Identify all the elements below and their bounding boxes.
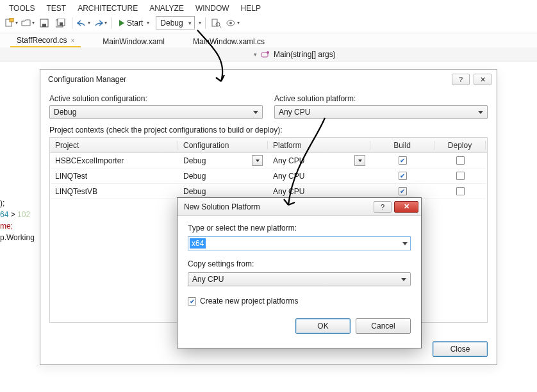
checkbox-icon [399,156,407,165]
svg-line-9 [219,26,221,28]
checkbox-icon [456,172,465,180]
help-button[interactable]: ? [452,74,470,85]
menu-test[interactable]: TEST [46,4,66,13]
menu-analyze[interactable]: ANALYZE [149,4,184,13]
cell-project: LINQTestVB [50,184,178,199]
undo-icon[interactable]: ▾ [76,16,90,30]
active-platform-label: Active solution platform: [274,94,488,103]
start-label: Start [127,19,143,28]
cell-deploy[interactable] [434,168,486,184]
new-item-icon[interactable]: ▾ [4,16,18,30]
dialog-title: Configuration Manager [48,75,126,84]
find-in-files-icon[interactable] [210,16,224,30]
platform-combo[interactable]: x64 [188,236,411,250]
active-platform-select[interactable]: Any CPU [274,105,488,119]
active-platform-value: Any CPU [279,108,310,117]
svg-rect-3 [42,24,46,27]
tab-staffrecord[interactable]: StaffRecord.cs× [10,35,81,47]
toolbar: ▾ ▾ ▾ ▾ Start ▾ Debug ▾ ▾ ▾ [0,15,537,33]
col-deploy[interactable]: Deploy [434,141,486,150]
help-button[interactable]: ? [374,201,392,213]
new-solution-platform-dialog: New Solution Platform ? ✕ Type or select… [177,197,422,348]
checkbox-icon [399,187,407,195]
table-row: HSBCExcelImporterDebugAny CPU [50,153,487,168]
table-row: LINQTestDebugAny CPU [50,168,487,184]
checkbox-icon [188,297,196,306]
menu-architecture[interactable]: ARCHITECTURE [78,4,138,13]
svg-rect-6 [60,22,63,26]
close-dialog-button[interactable]: Close [433,341,488,357]
view-icon[interactable]: ▾ [226,16,240,30]
grid-header: Project Configuration Platform Build Dep… [50,138,487,153]
start-debug-button[interactable]: Start ▾ [115,16,153,30]
solution-config-value: Debug [160,19,183,28]
menu-bar: TOOLS TEST ARCHITECTURE ANALYZE WINDOW H… [0,0,537,15]
solution-platform-caret[interactable]: ▾ [199,20,201,26]
chevron-down-icon: ▾ [254,51,257,58]
cell-build[interactable] [370,168,434,184]
cell-project: HSBCExcelImporter [50,153,178,168]
cell-deploy[interactable] [434,153,486,168]
svg-rect-1 [10,18,13,22]
chevron-down-icon[interactable] [354,155,365,166]
dialog-title: New Solution Platform [184,202,260,211]
redo-icon[interactable]: ▾ [93,16,107,30]
col-config[interactable]: Configuration [178,141,268,150]
cell-platform[interactable]: Any CPU [268,168,370,184]
solution-config-combo[interactable]: Debug ▾ [156,16,194,29]
open-icon[interactable]: ▾ [21,16,35,30]
copy-from-label: Copy settings from: [188,259,411,268]
col-build[interactable]: Build [370,141,434,150]
member-selector[interactable]: ▾ Main(string[] args) [0,47,537,61]
member-name: Main(string[] args) [274,50,336,59]
col-platform[interactable]: Platform [268,141,370,150]
copy-from-select[interactable]: Any CPU [188,272,411,286]
chevron-down-icon[interactable] [252,155,263,166]
menu-help[interactable]: HELP [241,4,261,13]
cancel-button[interactable]: Cancel [356,318,411,334]
type-platform-label: Type or select the new platform: [188,224,411,233]
chevron-down-icon [402,242,408,245]
platform-value: x64 [190,238,206,249]
ok-button[interactable]: OK [295,318,351,334]
create-project-platforms-checkbox[interactable]: Create new project platforms [188,297,411,306]
svg-point-13 [267,51,269,54]
cell-config[interactable]: Debug [178,168,268,184]
tab-label: MainWindow.xaml [103,37,165,46]
method-icon [261,51,270,58]
cell-deploy[interactable] [434,184,486,199]
close-button[interactable]: ✕ [394,201,418,213]
project-contexts-label: Project contexts (check the project conf… [49,126,488,135]
checkbox-icon [456,187,465,195]
save-icon[interactable] [37,16,51,30]
tab-mainwindow-xaml[interactable]: MainWindow.xaml [96,36,171,47]
close-icon[interactable]: × [70,37,74,44]
checkbox-icon [399,172,407,180]
menu-window[interactable]: WINDOW [195,4,229,13]
cell-platform[interactable]: Any CPU [268,153,370,168]
active-config-select[interactable]: Debug [49,105,263,119]
tab-label: StaffRecord.cs [17,36,67,45]
copy-from-value: Any CPU [192,275,224,284]
active-config-label: Active solution configuration: [49,94,263,103]
checkbox-icon [456,156,465,165]
menu-tools[interactable]: TOOLS [9,4,35,13]
tab-mainwindow-cs[interactable]: MainWindow.xaml.cs [186,36,271,47]
chevron-down-icon [401,278,406,281]
col-project[interactable]: Project [50,141,178,150]
close-button[interactable]: ✕ [474,74,492,85]
active-config-value: Debug [54,108,76,117]
play-icon [119,20,124,26]
tab-label: MainWindow.xaml.cs [193,37,265,46]
cell-build[interactable] [370,153,434,168]
chevron-down-icon [253,111,258,114]
save-all-icon[interactable] [54,16,68,30]
cell-project: LINQTest [50,168,178,184]
chevron-down-icon [478,111,483,114]
editor-tabstrip: StaffRecord.cs× MainWindow.xaml MainWind… [0,33,537,47]
cell-config[interactable]: Debug [178,153,268,168]
svg-point-11 [229,22,232,24]
checkbox-label: Create new project platforms [200,297,298,306]
code-editor-peek: ); 64 > 102 me; p.Working [0,186,41,243]
